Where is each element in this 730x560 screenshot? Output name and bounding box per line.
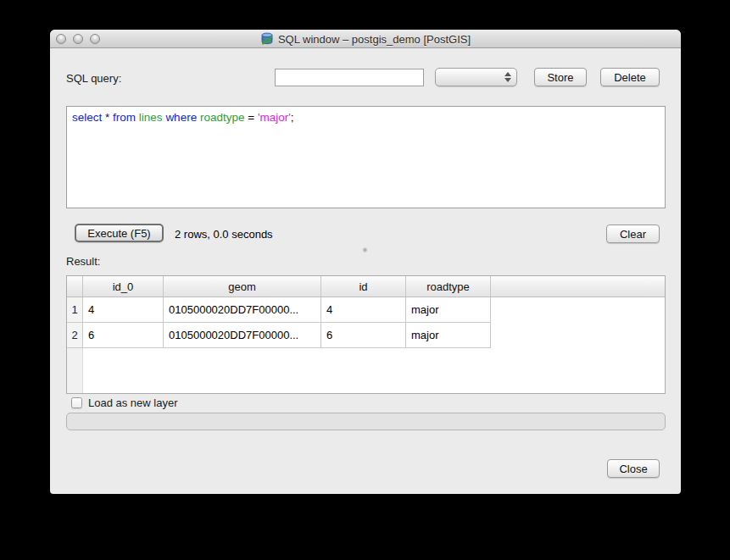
- clear-button-label: Clear: [620, 228, 646, 241]
- delete-button-label: Delete: [614, 71, 646, 84]
- column-header-geom[interactable]: geom: [164, 276, 321, 297]
- store-button-label: Store: [547, 71, 573, 84]
- sql-token: =: [248, 111, 254, 124]
- row-number[interactable]: 1: [67, 297, 83, 323]
- cursor-artifact: [362, 247, 368, 252]
- title-bar[interactable]: SQL window – postgis_demo [PostGIS]: [50, 30, 681, 48]
- cell-id[interactable]: 6: [321, 323, 406, 348]
- cell-id_0[interactable]: 4: [83, 297, 164, 323]
- sql-token: from: [113, 111, 136, 124]
- delete-button[interactable]: Delete: [600, 68, 660, 86]
- table-row[interactable]: 1 4 0105000020DD7F00000... 4 major: [67, 297, 665, 323]
- chevron-up-down-icon: [504, 72, 511, 82]
- cell-roadtype[interactable]: major: [406, 297, 491, 323]
- query-name-input[interactable]: [275, 69, 424, 86]
- column-header-id[interactable]: id: [321, 276, 406, 297]
- sql-token: lines: [139, 111, 163, 124]
- new-layer-name-input: [66, 413, 666, 430]
- table-header-row: id_0 geom id roadtype: [67, 276, 665, 297]
- window-title: SQL window – postgis_demo [PostGIS]: [278, 33, 471, 46]
- close-button[interactable]: Close: [607, 459, 660, 478]
- load-as-new-layer-label: Load as new layer: [88, 396, 178, 409]
- sql-token: where: [165, 111, 197, 124]
- sql-query-label: SQL query:: [66, 72, 121, 85]
- cell-id[interactable]: 4: [321, 297, 406, 323]
- sql-token: roadtype: [200, 111, 245, 124]
- execute-button-label: Execute (F5): [87, 227, 150, 240]
- column-header-id_0[interactable]: id_0: [83, 276, 164, 297]
- table-corner-cell[interactable]: [67, 276, 83, 297]
- row-header-strip: [67, 348, 83, 393]
- query-status-text: 2 rows, 0.0 seconds: [175, 228, 273, 241]
- sql-token: 'major': [258, 111, 291, 124]
- clear-button[interactable]: Clear: [606, 225, 660, 243]
- cell-geom[interactable]: 0105000020DD7F00000...: [164, 323, 321, 348]
- sql-token: ;: [291, 111, 294, 124]
- database-icon: [260, 32, 274, 46]
- close-button-label: Close: [619, 463, 647, 475]
- row-number[interactable]: 2: [67, 323, 83, 348]
- cell-roadtype[interactable]: major: [406, 323, 491, 348]
- sql-window: SQL window – postgis_demo [PostGIS] SQL …: [50, 30, 681, 494]
- cell-geom[interactable]: 0105000020DD7F00000...: [164, 297, 321, 323]
- sql-token: select: [72, 111, 102, 124]
- result-table: id_0 geom id roadtype 1 4 0105000020DD7F…: [66, 275, 666, 394]
- column-header-filler: [491, 276, 665, 297]
- cell-id_0[interactable]: 6: [83, 323, 164, 348]
- stored-query-dropdown[interactable]: [435, 68, 517, 86]
- store-button[interactable]: Store: [534, 68, 587, 86]
- load-as-new-layer-checkbox[interactable]: [71, 397, 82, 408]
- column-header-roadtype[interactable]: roadtype: [406, 276, 491, 297]
- result-label: Result:: [66, 255, 100, 268]
- execute-button[interactable]: Execute (F5): [75, 224, 164, 242]
- sql-editor[interactable]: select * from lines where roadtype = 'ma…: [66, 106, 666, 208]
- sql-code-line: select * from lines where roadtype = 'ma…: [72, 111, 660, 124]
- table-row[interactable]: 2 6 0105000020DD7F00000... 6 major: [67, 323, 665, 348]
